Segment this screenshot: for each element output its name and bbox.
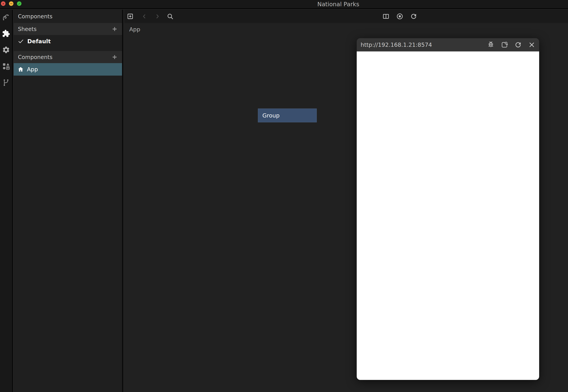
sheets-section-header: Sheets (14, 23, 122, 35)
plus-icon (112, 26, 118, 32)
inspect-button[interactable] (500, 41, 509, 49)
sheet-item-label: Default (27, 38, 51, 45)
rail-flow-button[interactable] (2, 13, 10, 21)
inspect-window-icon (500, 41, 508, 49)
check-icon (17, 38, 24, 45)
debug-button[interactable] (486, 41, 495, 49)
group-element-label: Group (262, 112, 280, 119)
stop-button[interactable] (396, 12, 404, 21)
close-icon (528, 41, 536, 49)
app-window: National Parks (0, 0, 568, 392)
back-chevron-icon (141, 13, 148, 20)
rail-components-button[interactable] (2, 29, 10, 38)
reload-preview-button[interactable] (514, 41, 522, 49)
split-view-button[interactable] (382, 12, 390, 21)
rail-widgets-button[interactable] (2, 62, 10, 70)
rail-settings-button[interactable] (2, 46, 10, 54)
activity-bar (0, 10, 13, 392)
minimize-window-button[interactable] (9, 1, 14, 6)
breadcrumb[interactable]: App (129, 26, 140, 33)
titlebar: National Parks (0, 0, 568, 9)
window-controls (1, 1, 21, 6)
group-element[interactable]: Group (258, 109, 317, 122)
sidebar-panel-title: Components (14, 10, 122, 23)
close-preview-button[interactable] (527, 41, 536, 49)
split-view-icon (382, 13, 390, 20)
canvas-toolbar (124, 10, 568, 23)
component-item-app[interactable]: App (14, 63, 122, 76)
preview-header-icons (486, 41, 536, 49)
forward-button[interactable] (153, 12, 162, 21)
widgets-import-icon (2, 62, 10, 70)
add-frame-button[interactable] (126, 12, 134, 21)
reload-icon (410, 13, 417, 20)
flow-icon (2, 13, 10, 21)
add-frame-icon (127, 13, 134, 20)
sidebar-spacer (14, 48, 122, 51)
rail-git-button[interactable] (2, 78, 10, 87)
stop-icon (396, 13, 403, 20)
sheets-section-label: Sheets (18, 26, 37, 32)
maximize-window-button[interactable] (17, 1, 21, 6)
sidebar: Components Sheets Default Components App (14, 10, 123, 392)
components-puzzle-icon (2, 29, 10, 38)
home-icon (17, 66, 24, 72)
minimize-icon (10, 2, 13, 5)
preview-url-field[interactable]: http://192.168.1.21:8574 (361, 42, 486, 48)
search-icon (167, 13, 174, 20)
component-item-label: App (27, 66, 38, 73)
git-branch-icon (2, 79, 10, 87)
back-button[interactable] (140, 12, 149, 21)
close-icon (2, 2, 5, 5)
add-sheet-button[interactable] (111, 25, 118, 33)
search-button[interactable] (166, 12, 174, 21)
window-title: National Parks (317, 0, 359, 8)
settings-gear-icon (2, 46, 10, 54)
components-section-label: Components (18, 54, 52, 60)
maximize-icon (18, 2, 21, 5)
reload-icon (514, 41, 522, 49)
forward-chevron-icon (154, 13, 161, 20)
preview-window: http://192.168.1.21:8574 (357, 38, 539, 380)
components-section-header: Components (14, 51, 122, 63)
sheet-item-default[interactable]: Default (14, 35, 122, 48)
debug-bug-icon (487, 41, 495, 49)
plus-icon (112, 54, 118, 60)
add-component-button[interactable] (111, 53, 118, 61)
reload-canvas-button[interactable] (409, 12, 418, 21)
close-window-button[interactable] (1, 1, 5, 6)
preview-viewport[interactable] (357, 51, 539, 380)
preview-header: http://192.168.1.21:8574 (357, 38, 539, 51)
